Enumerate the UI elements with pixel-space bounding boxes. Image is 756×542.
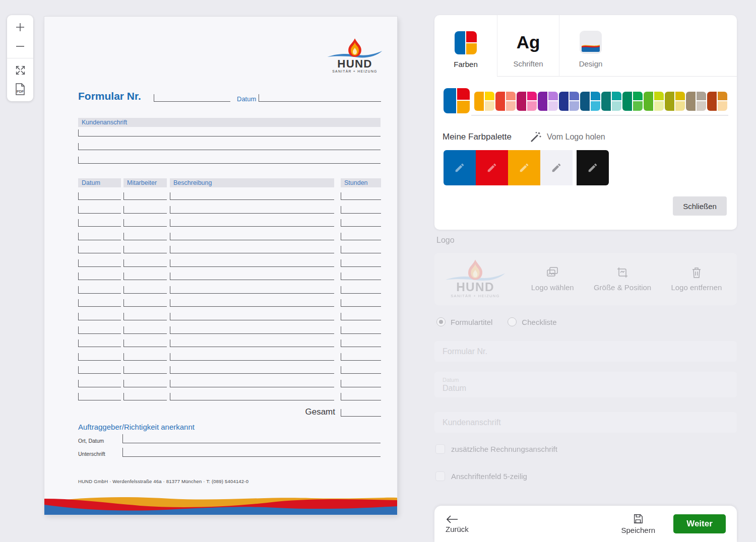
palette-swatch-7[interactable] — [580, 92, 600, 111]
cell-datum — [78, 313, 121, 320]
swatch-left-color — [580, 92, 590, 111]
checkbox-anschriftenfeld[interactable]: Anschriftenfeld 5-zeilig — [435, 471, 527, 481]
cell-stunden — [341, 326, 381, 334]
my-palette-swatch-1[interactable] — [444, 150, 476, 185]
cell-datum — [78, 206, 121, 214]
radio-formulartitel[interactable]: Formulartitel — [436, 317, 492, 326]
cell-stunden — [341, 233, 381, 240]
cell-datum — [78, 326, 121, 334]
remove-logo-button[interactable]: Logo entfernen — [671, 266, 722, 292]
my-palette-swatch-4[interactable] — [540, 150, 573, 185]
fonts-icon: Ag — [517, 31, 540, 54]
formular-nr-input[interactable]: Formular Nr. — [434, 341, 737, 362]
my-palette-swatch-2[interactable] — [476, 150, 508, 185]
close-button[interactable]: Schließen — [673, 196, 727, 216]
cell-datum — [78, 340, 121, 347]
swatch-bottom-color — [485, 101, 494, 111]
cell-beschreibung — [170, 259, 334, 267]
checkbox-rechnungsanschrift[interactable]: zusätzliche Rechnungsanschrift — [435, 444, 557, 454]
swatch-top-color — [654, 92, 664, 100]
cell-stunden — [341, 380, 381, 387]
palette-swatch-2[interactable] — [474, 92, 494, 111]
cell-mitarbeiter — [123, 299, 167, 307]
swatch-top-color — [457, 88, 470, 100]
customer-address-header: Kundenanschrift — [78, 118, 381, 127]
palette-swatch-6[interactable] — [559, 92, 579, 111]
svg-text:SANITÄR + HEIZUNG: SANITÄR + HEIZUNG — [451, 294, 499, 298]
back-button[interactable]: Zurück — [446, 514, 469, 533]
save-button[interactable]: Speichern — [621, 513, 655, 534]
tab-design[interactable]: Design — [559, 15, 622, 77]
next-button[interactable]: Weiter — [673, 514, 726, 533]
cell-datum — [78, 246, 121, 253]
table-row — [78, 227, 381, 240]
footer-wave-graphic — [44, 495, 397, 515]
my-palette-swatch-3[interactable] — [508, 150, 540, 185]
cell-mitarbeiter — [123, 246, 167, 253]
bottom-action-bar: Zurück Speichern Weiter — [434, 506, 737, 542]
swatch-bottom-color — [591, 101, 600, 111]
palette-swatch-13[interactable] — [707, 92, 727, 111]
kundenanschrift-input[interactable]: Kundenanschrift — [434, 412, 737, 433]
from-logo-button[interactable]: Vom Logo holen — [530, 131, 605, 143]
pencil-icon — [454, 162, 465, 173]
datum-input[interactable]: Datum Datum — [434, 372, 737, 397]
cell-datum — [78, 273, 121, 280]
cell-mitarbeiter — [123, 313, 167, 320]
palette-swatch-4[interactable] — [517, 92, 537, 111]
panel-tabs: Farben Ag Schriften Design — [434, 15, 737, 77]
fullscreen-button[interactable] — [7, 60, 33, 80]
tab-schriften[interactable]: Ag Schriften — [497, 15, 559, 77]
swatch-top-color — [633, 92, 643, 100]
my-palette-title: Meine Farbpalette — [443, 132, 512, 142]
table-row — [78, 307, 381, 320]
table-row — [78, 360, 381, 374]
swatch-top-color — [612, 92, 621, 100]
floppy-disk-icon — [633, 513, 644, 524]
zoom-out-button[interactable] — [7, 37, 33, 56]
logo-section-label: Logo — [436, 236, 455, 245]
swatch-top-color — [506, 92, 516, 100]
table-row — [78, 387, 381, 400]
swatch-top-color — [697, 92, 706, 100]
table-row — [78, 200, 381, 214]
tabs-filler — [622, 15, 737, 77]
company-footer: HUND GmbH · Werdenfelsstraße 46a · 81377… — [78, 479, 248, 484]
cell-beschreibung — [170, 326, 334, 334]
cell-datum — [78, 380, 121, 387]
palette-swatch-1[interactable] — [444, 88, 470, 113]
tab-farben[interactable]: Farben — [434, 15, 497, 77]
pdf-download-button[interactable]: PDF — [7, 80, 33, 99]
cell-datum — [78, 353, 121, 361]
swatch-top-color — [570, 92, 579, 100]
palette-swatch-5[interactable] — [538, 92, 558, 111]
palette-swatch-8[interactable] — [601, 92, 621, 111]
palette-swatch-10[interactable] — [644, 92, 664, 111]
table-row — [78, 333, 381, 347]
my-palette-swatch-5[interactable] — [577, 150, 609, 185]
cell-stunden — [341, 273, 381, 280]
cell-stunden — [341, 340, 381, 347]
form-preview-page[interactable]: HUND SANITÄR + HEIZUNG Formular Nr. Datu… — [44, 17, 397, 515]
size-position-button[interactable]: Größe & Position — [594, 266, 651, 292]
place-date-line — [122, 434, 381, 443]
palette-swatch-9[interactable] — [622, 92, 643, 111]
choose-logo-button[interactable]: Logo wählen — [531, 266, 574, 292]
cell-beschreibung — [170, 353, 334, 361]
swatch-left-color — [474, 92, 484, 111]
datum-floating-label: Datum — [443, 377, 737, 383]
palette-swatch-12[interactable] — [686, 92, 706, 111]
pencil-icon — [551, 162, 562, 173]
swatch-top-color — [485, 92, 494, 100]
palette-swatch-11[interactable] — [665, 92, 685, 111]
table-row — [78, 320, 381, 334]
zoom-in-button[interactable] — [7, 18, 33, 37]
toolbar-divider — [7, 58, 33, 58]
palette-swatch-3[interactable] — [495, 92, 516, 111]
radio-checkliste[interactable]: Checkliste — [508, 317, 556, 326]
swatch-left-color — [538, 92, 547, 111]
cell-stunden — [341, 259, 381, 267]
cell-stunden — [341, 366, 381, 374]
cell-stunden — [341, 393, 381, 400]
table-row — [78, 253, 381, 267]
